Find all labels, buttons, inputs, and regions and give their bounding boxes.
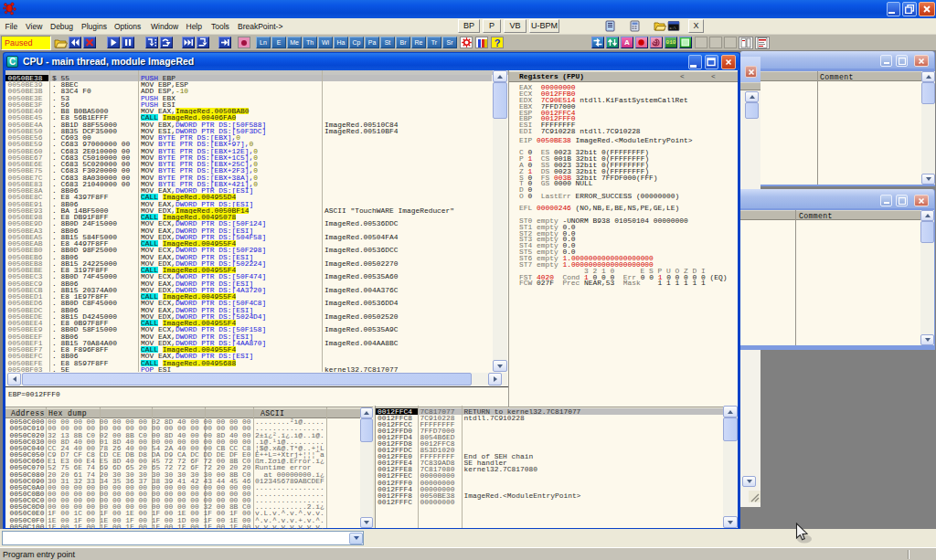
svg-text:C:\: C:\ (669, 26, 676, 30)
